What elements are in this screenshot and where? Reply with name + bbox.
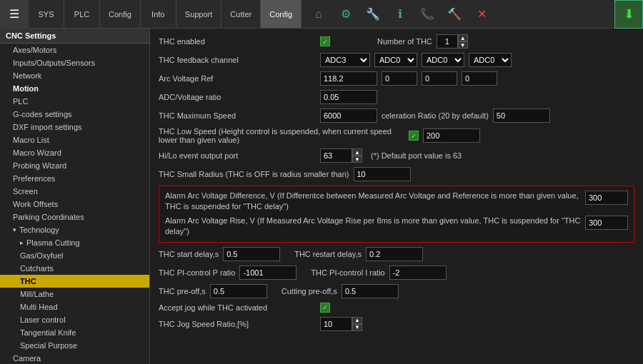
hi-lo-down[interactable]: ▼ (352, 156, 362, 163)
adc-ratio-input[interactable] (320, 90, 377, 104)
sidebar-item-axes[interactable]: Axes/Motors (0, 44, 149, 56)
close-icon-btn[interactable]: ✕ (470, 3, 493, 26)
tool-icon-btn[interactable]: 🔨 (443, 3, 466, 26)
sidebar-item-plasma[interactable]: ▸ Plasma Cutting (0, 236, 149, 249)
thc-low-speed-checkbox[interactable]: ✓ (409, 131, 419, 141)
accept-jog-label: Accept jog while THC activated (159, 303, 316, 312)
pre-off-item: THC pre-off,s (159, 284, 267, 298)
sidebar-item-cutcharts[interactable]: Cutcharts (0, 262, 149, 275)
sidebar-item-gas[interactable]: Gas/Oxyfuel (0, 249, 149, 262)
sidebar-item-macrowiz[interactable]: Macro Wizard (0, 146, 149, 159)
alarm1-row: Alarm Arc Voltage Difference, V (If Diff… (165, 191, 628, 213)
download-button[interactable]: ⬇ (614, 0, 643, 29)
arc-voltage-label: Arc Voltage Ref (159, 74, 316, 83)
sidebar-item-prefs[interactable]: Preferences (0, 172, 149, 185)
thc-max-speed-input[interactable] (320, 108, 377, 123)
small-radius-input[interactable] (354, 167, 411, 181)
alarm1-input[interactable] (585, 191, 628, 205)
feedback-adc2[interactable]: ADC0 (374, 53, 417, 67)
sidebar-item-plc[interactable]: PLC (0, 95, 149, 108)
sidebar-item-milllathe[interactable]: Mill/Lathe (0, 288, 149, 300)
arc-voltage-input[interactable] (320, 71, 377, 86)
hamburger-button[interactable]: ☰ (0, 0, 29, 29)
sidebar-item-parking[interactable]: Parking Coordinates (0, 211, 149, 223)
arc-extra2[interactable] (422, 71, 457, 86)
sidebar-item-technology[interactable]: ▾ Technology (0, 223, 149, 236)
sidebar-item-thc[interactable]: THC (0, 275, 149, 288)
pi-i-label: THC PI-control I ratio (311, 268, 384, 277)
top-tabs: SYS PLC Config Info Support Cutter Confi… (29, 0, 301, 28)
jog-speed-row: THC Jog Speed Ratio,[%] ▲ ▼ (159, 317, 634, 331)
num-thc-down[interactable]: ▼ (458, 41, 468, 49)
sidebar-item-network[interactable]: Network (0, 69, 149, 82)
arc-extra1[interactable] (382, 71, 417, 86)
tab-sys[interactable]: SYS (29, 0, 64, 28)
feedback-row: THC feedback channel ADC3 ADC0 ADC0 ADC0 (159, 53, 634, 67)
tab-config1[interactable]: Config (100, 0, 141, 28)
num-thc-up[interactable]: ▲ (458, 34, 468, 41)
cel-ratio-input[interactable] (493, 108, 550, 123)
hi-lo-row: Hi/Lo event output port ▲ ▼ (*) Default … (159, 148, 634, 163)
alarm2-input[interactable] (585, 216, 628, 230)
sidebar: CNC Settings Axes/Motors Inputs/Outputs/… (0, 29, 150, 364)
sidebar-item-tangential[interactable]: Tangential Knife (0, 326, 149, 339)
restart-delay-input[interactable] (366, 247, 423, 261)
sidebar-item-camera[interactable]: Camera (0, 352, 149, 364)
jog-speed-down[interactable]: ▼ (352, 324, 362, 331)
tab-plc[interactable]: PLC (64, 0, 100, 28)
cutting-preoff-input[interactable] (342, 284, 399, 298)
arc-extra3[interactable] (462, 71, 497, 86)
hi-lo-input[interactable] (320, 148, 352, 163)
thc-enabled-checkbox[interactable]: ✓ (320, 36, 330, 46)
jog-speed-input[interactable] (320, 317, 352, 331)
pi-i-input[interactable] (389, 266, 447, 280)
pi-i-item: THC PI-control I ratio (311, 266, 446, 280)
sidebar-item-workoffsets[interactable]: Work Offsets (0, 198, 149, 211)
sidebar-item-laser[interactable]: Laser control (0, 313, 149, 326)
tab-support[interactable]: Support (176, 0, 222, 28)
sidebar-item-io[interactable]: Inputs/Outputs/Sensors (0, 56, 149, 69)
sidebar-item-dxf[interactable]: DXF import settings (0, 121, 149, 133)
sidebar-item-macrolist[interactable]: Macro List (0, 133, 149, 146)
preoff-row: THC pre-off,s Cutting pre-off,s (159, 284, 634, 298)
hi-lo-up[interactable]: ▲ (352, 148, 362, 156)
alarm2-row: Alarm Arc Voltage Rise, V (If Measured A… (165, 216, 628, 238)
num-thc-input[interactable]: 1 (437, 34, 458, 49)
cutting-preoff-item: Cutting pre-off,s (281, 284, 399, 298)
delay-row: THC start delay,s THC restart delay,s (159, 247, 634, 261)
tab-config2[interactable]: Config (261, 0, 301, 28)
thc-low-speed-input[interactable] (423, 128, 480, 143)
top-bar-left: ☰ SYS PLC Config Info Support Cutter Con… (0, 0, 499, 28)
sidebar-item-multihead[interactable]: Multi Head (0, 300, 149, 313)
hi-lo-spinner: ▲ ▼ (320, 148, 362, 163)
jog-speed-up[interactable]: ▲ (352, 317, 362, 324)
feedback-label: THC feedback channel (159, 56, 316, 64)
tab-cutter[interactable]: Cutter (221, 0, 261, 28)
thc-enabled-row: THC enabled ✓ Number of THC 1 ▲ ▼ (159, 34, 634, 49)
sidebar-item-screen[interactable]: Screen (0, 185, 149, 198)
wrench-icon-btn[interactable]: 🔧 (362, 3, 384, 26)
tab-info[interactable]: Info (141, 0, 176, 28)
phone-icon-btn[interactable]: 📞 (416, 3, 439, 26)
jog-speed-spinner: ▲ ▼ (320, 317, 362, 331)
pi-p-item: THC PI-control P ratio (159, 266, 296, 280)
feedback-adc1[interactable]: ADC3 (320, 53, 370, 67)
jog-speed-label: THC Jog Speed Ratio,[%] (159, 320, 316, 328)
top-bar: ☰ SYS PLC Config Info Support Cutter Con… (0, 0, 643, 29)
sidebar-item-probingwiz[interactable]: Probing Wizard (0, 159, 149, 172)
home-icon-btn[interactable]: ⌂ (307, 3, 330, 26)
start-delay-label: THC start delay,s (159, 250, 219, 258)
start-delay-input[interactable] (223, 247, 280, 261)
pre-off-input[interactable] (210, 284, 267, 298)
sidebar-item-motion[interactable]: Motion (0, 82, 149, 95)
info-icon-btn[interactable]: ℹ (389, 3, 412, 26)
sidebar-item-gcodes[interactable]: G-codes settings (0, 108, 149, 121)
settings-icon-btn[interactable]: ⚙ (334, 3, 357, 26)
pi-p-input[interactable] (239, 266, 296, 280)
main-layout: CNC Settings Axes/Motors Inputs/Outputs/… (0, 29, 643, 364)
adc-ratio-label: ADC/Voltage ratio (159, 93, 316, 101)
feedback-adc3[interactable]: ADC0 (422, 53, 464, 67)
accept-jog-checkbox[interactable]: ✓ (320, 303, 330, 313)
sidebar-item-special[interactable]: Special Purpose (0, 339, 149, 352)
feedback-adc4[interactable]: ADC0 (469, 53, 512, 67)
